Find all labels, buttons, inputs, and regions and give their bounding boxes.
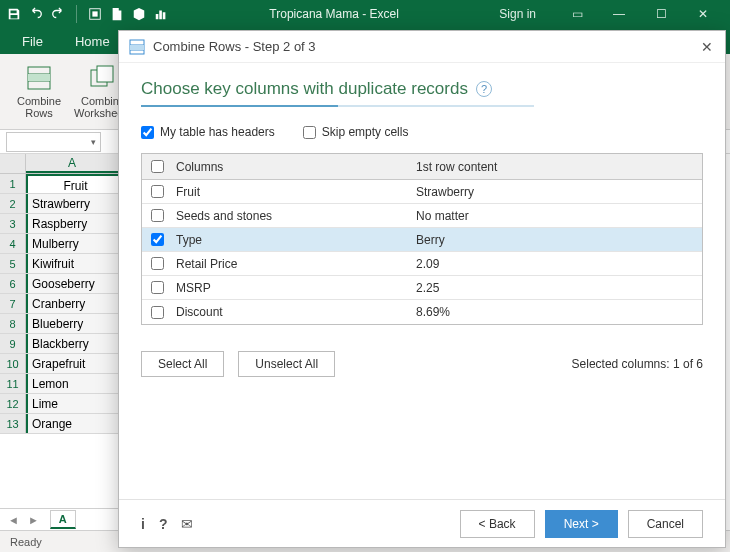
addin-icon[interactable] bbox=[87, 6, 103, 22]
cell[interactable]: Lime bbox=[26, 394, 121, 413]
checkbox-skip-empty-input[interactable] bbox=[303, 126, 316, 139]
row-sample: 2.09 bbox=[412, 257, 702, 271]
save-icon[interactable] bbox=[6, 6, 22, 22]
sheet-tab-bar: ◄ ► A bbox=[0, 508, 130, 530]
columns-header-checkbox[interactable] bbox=[151, 160, 164, 173]
row-header[interactable]: 5 bbox=[0, 254, 26, 273]
contact-icon[interactable]: ✉ bbox=[181, 516, 193, 532]
undo-icon[interactable] bbox=[28, 6, 44, 22]
checkbox-has-headers-input[interactable] bbox=[141, 126, 154, 139]
row-checkbox[interactable] bbox=[151, 306, 164, 319]
table-row[interactable]: MSRP2.25 bbox=[142, 276, 702, 300]
sheet-tab-active[interactable]: A bbox=[50, 510, 76, 529]
tab-file[interactable]: File bbox=[8, 29, 57, 54]
table-row[interactable]: TypeBerry bbox=[142, 228, 702, 252]
table-row[interactable]: Seeds and stonesNo matter bbox=[142, 204, 702, 228]
columns-table: Columns 1st row content FruitStrawberryS… bbox=[141, 153, 703, 325]
row-header[interactable]: 12 bbox=[0, 394, 26, 413]
row-header[interactable]: 1 bbox=[0, 174, 26, 193]
row-header[interactable]: 11 bbox=[0, 374, 26, 393]
window-options-icon[interactable]: ▭ bbox=[560, 4, 594, 24]
row-header[interactable]: 3 bbox=[0, 214, 26, 233]
row-sample: 2.25 bbox=[412, 281, 702, 295]
back-button[interactable]: < Back bbox=[460, 510, 535, 538]
help-footer-icon[interactable]: ? bbox=[159, 516, 168, 532]
cell[interactable]: Grapefruit bbox=[26, 354, 121, 373]
row-checkbox[interactable] bbox=[151, 209, 164, 222]
checkbox-has-headers[interactable]: My table has headers bbox=[141, 125, 275, 139]
row-header[interactable]: 6 bbox=[0, 274, 26, 293]
table-row[interactable]: FruitStrawberry bbox=[142, 180, 702, 204]
cell[interactable]: Blackberry bbox=[26, 334, 121, 353]
unselect-all-button[interactable]: Unselect All bbox=[238, 351, 335, 377]
row-header[interactable]: 2 bbox=[0, 194, 26, 213]
dialog-title-icon bbox=[129, 39, 145, 55]
cell[interactable]: Fruit bbox=[26, 174, 121, 193]
cell[interactable]: Cranberry bbox=[26, 294, 121, 313]
dialog-title: Combine Rows - Step 2 of 3 bbox=[153, 39, 316, 54]
table-row[interactable]: Discount8.69% bbox=[142, 300, 702, 324]
svg-rect-8 bbox=[28, 74, 50, 81]
row-checkbox[interactable] bbox=[151, 185, 164, 198]
cube-icon[interactable] bbox=[131, 6, 147, 22]
close-window-icon[interactable]: ✕ bbox=[686, 4, 720, 24]
row-checkbox[interactable] bbox=[151, 281, 164, 294]
cell[interactable]: Lemon bbox=[26, 374, 121, 393]
titlebar: Tropicana Mama - Excel Sign in ▭ — ☐ ✕ bbox=[0, 0, 730, 28]
select-all-button[interactable]: Select All bbox=[141, 351, 224, 377]
svg-rect-14 bbox=[130, 45, 144, 50]
row-column-name: Type bbox=[172, 233, 412, 247]
row-header[interactable]: 7 bbox=[0, 294, 26, 313]
name-box[interactable] bbox=[6, 132, 101, 152]
svg-rect-10 bbox=[97, 66, 113, 82]
dialog-titlebar[interactable]: Combine Rows - Step 2 of 3 ✕ bbox=[119, 31, 725, 63]
row-sample: Strawberry bbox=[412, 185, 702, 199]
columns-header-columns[interactable]: Columns bbox=[172, 160, 412, 174]
cell[interactable]: Raspberry bbox=[26, 214, 121, 233]
maximize-icon[interactable]: ☐ bbox=[644, 4, 678, 24]
row-checkbox[interactable] bbox=[151, 233, 164, 246]
cell[interactable]: Blueberry bbox=[26, 314, 121, 333]
row-column-name: Fruit bbox=[172, 185, 412, 199]
dialog-close-icon[interactable]: ✕ bbox=[697, 37, 717, 57]
redo-icon[interactable] bbox=[50, 6, 66, 22]
dialog-heading-text: Choose key columns with duplicate record… bbox=[141, 79, 468, 99]
columns-header-content[interactable]: 1st row content bbox=[412, 160, 702, 174]
quick-access-toolbar bbox=[0, 5, 169, 23]
checkbox-skip-empty[interactable]: Skip empty cells bbox=[303, 125, 409, 139]
cell[interactable]: Gooseberry bbox=[26, 274, 121, 293]
row-column-name: MSRP bbox=[172, 281, 412, 295]
tab-home[interactable]: Home bbox=[61, 29, 124, 54]
row-header[interactable]: 9 bbox=[0, 334, 26, 353]
cell[interactable]: Orange bbox=[26, 414, 121, 433]
worksheet-grid[interactable]: A 1Fruit2Strawberry3Raspberry4Mulberry5K… bbox=[0, 154, 130, 510]
signin-link[interactable]: Sign in bbox=[499, 7, 536, 21]
row-column-name: Discount bbox=[172, 305, 412, 319]
cancel-button[interactable]: Cancel bbox=[628, 510, 703, 538]
column-header-a[interactable]: A bbox=[26, 154, 119, 173]
row-header[interactable]: 8 bbox=[0, 314, 26, 333]
row-header[interactable]: 13 bbox=[0, 414, 26, 433]
svg-rect-4 bbox=[163, 12, 166, 19]
row-header[interactable]: 10 bbox=[0, 354, 26, 373]
row-checkbox[interactable] bbox=[151, 257, 164, 270]
next-button[interactable]: Next > bbox=[545, 510, 618, 538]
select-all-corner[interactable] bbox=[0, 154, 26, 173]
help-icon[interactable]: ? bbox=[476, 81, 492, 97]
cell[interactable]: Mulberry bbox=[26, 234, 121, 253]
row-column-name: Seeds and stones bbox=[172, 209, 412, 223]
info-icon[interactable]: i bbox=[141, 516, 145, 532]
columns-table-header: Columns 1st row content bbox=[142, 154, 702, 180]
cell[interactable]: Kiwifruit bbox=[26, 254, 121, 273]
combine-rows-button[interactable]: Combine Rows bbox=[10, 59, 68, 125]
sheet-nav-arrows[interactable]: ◄ ► bbox=[8, 514, 42, 526]
row-sample: No matter bbox=[412, 209, 702, 223]
document-icon[interactable] bbox=[109, 6, 125, 22]
row-sample: Berry bbox=[412, 233, 702, 247]
chart-icon[interactable] bbox=[153, 6, 169, 22]
minimize-icon[interactable]: — bbox=[602, 4, 636, 24]
cell[interactable]: Strawberry bbox=[26, 194, 121, 213]
table-row[interactable]: Retail Price2.09 bbox=[142, 252, 702, 276]
svg-rect-1 bbox=[92, 11, 97, 16]
row-header[interactable]: 4 bbox=[0, 234, 26, 253]
